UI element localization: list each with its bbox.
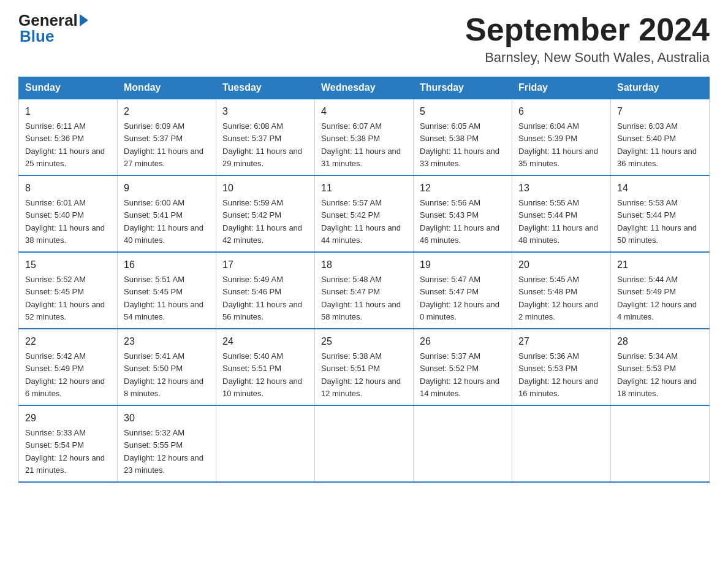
logo-blue-text: Blue: [20, 27, 54, 46]
day-number: 13: [518, 181, 604, 196]
table-row: 1Sunrise: 6:11 AMSunset: 5:36 PMDaylight…: [19, 99, 118, 175]
day-info: Sunrise: 6:09 AMSunset: 5:37 PMDaylight:…: [124, 121, 203, 168]
day-number: 29: [25, 411, 111, 426]
day-number: 11: [321, 181, 407, 196]
day-info: Sunrise: 5:41 AMSunset: 5:50 PMDaylight:…: [124, 351, 203, 398]
day-number: 22: [25, 334, 111, 349]
day-number: 27: [518, 334, 604, 349]
calendar-week-row: 29Sunrise: 5:33 AMSunset: 5:54 PMDayligh…: [19, 405, 710, 482]
day-info: Sunrise: 6:01 AMSunset: 5:40 PMDaylight:…: [25, 198, 105, 245]
table-row: 14Sunrise: 5:53 AMSunset: 5:44 PMDayligh…: [611, 175, 710, 252]
table-row: 25Sunrise: 5:38 AMSunset: 5:51 PMDayligh…: [315, 329, 414, 405]
table-row: 16Sunrise: 5:51 AMSunset: 5:45 PMDayligh…: [118, 252, 216, 329]
day-number: 9: [124, 181, 210, 196]
day-info: Sunrise: 6:05 AMSunset: 5:38 PMDaylight:…: [420, 121, 499, 168]
table-row: 17Sunrise: 5:49 AMSunset: 5:46 PMDayligh…: [216, 252, 315, 329]
day-number: 20: [518, 258, 604, 272]
table-row: 23Sunrise: 5:41 AMSunset: 5:50 PMDayligh…: [118, 329, 216, 405]
day-info: Sunrise: 5:40 AMSunset: 5:51 PMDaylight:…: [222, 351, 302, 398]
col-saturday: Saturday: [611, 77, 710, 99]
table-row: 13Sunrise: 5:55 AMSunset: 5:44 PMDayligh…: [512, 175, 611, 252]
table-row: 8Sunrise: 6:01 AMSunset: 5:40 PMDaylight…: [19, 175, 118, 252]
day-info: Sunrise: 6:07 AMSunset: 5:38 PMDaylight:…: [321, 121, 401, 168]
calendar-week-row: 22Sunrise: 5:42 AMSunset: 5:49 PMDayligh…: [19, 329, 710, 405]
table-row: [414, 405, 512, 482]
col-wednesday: Wednesday: [315, 77, 414, 99]
day-info: Sunrise: 5:51 AMSunset: 5:45 PMDaylight:…: [124, 275, 203, 321]
day-number: 8: [25, 181, 111, 196]
day-info: Sunrise: 5:56 AMSunset: 5:43 PMDaylight:…: [420, 198, 499, 245]
day-number: 26: [420, 334, 506, 349]
day-number: 14: [617, 181, 703, 196]
calendar-header-row: Sunday Monday Tuesday Wednesday Thursday…: [19, 77, 710, 99]
table-row: 7Sunrise: 6:03 AMSunset: 5:40 PMDaylight…: [611, 99, 710, 175]
day-number: 5: [420, 104, 506, 119]
page-header: General Blue September 2024 Barnsley, Ne…: [18, 12, 710, 66]
col-sunday: Sunday: [19, 77, 118, 99]
day-number: 25: [321, 334, 407, 349]
table-row: 30Sunrise: 5:32 AMSunset: 5:55 PMDayligh…: [118, 405, 216, 482]
calendar-week-row: 1Sunrise: 6:11 AMSunset: 5:36 PMDaylight…: [19, 99, 710, 175]
calendar-table: Sunday Monday Tuesday Wednesday Thursday…: [18, 77, 710, 483]
title-block: September 2024 Barnsley, New South Wales…: [465, 12, 710, 66]
day-info: Sunrise: 5:59 AMSunset: 5:42 PMDaylight:…: [222, 198, 302, 245]
logo: General Blue: [18, 12, 88, 46]
table-row: 4Sunrise: 6:07 AMSunset: 5:38 PMDaylight…: [315, 99, 414, 175]
col-thursday: Thursday: [414, 77, 512, 99]
table-row: 5Sunrise: 6:05 AMSunset: 5:38 PMDaylight…: [414, 99, 512, 175]
day-number: 23: [124, 334, 210, 349]
calendar-week-row: 8Sunrise: 6:01 AMSunset: 5:40 PMDaylight…: [19, 175, 710, 252]
day-number: 24: [222, 334, 308, 349]
day-info: Sunrise: 5:47 AMSunset: 5:47 PMDaylight:…: [420, 275, 499, 321]
day-info: Sunrise: 5:48 AMSunset: 5:47 PMDaylight:…: [321, 275, 401, 321]
day-info: Sunrise: 5:55 AMSunset: 5:44 PMDaylight:…: [518, 198, 598, 245]
day-number: 4: [321, 104, 407, 119]
calendar-subtitle: Barnsley, New South Wales, Australia: [465, 50, 710, 66]
day-info: Sunrise: 5:49 AMSunset: 5:46 PMDaylight:…: [222, 275, 302, 321]
table-row: 3Sunrise: 6:08 AMSunset: 5:37 PMDaylight…: [216, 99, 315, 175]
col-tuesday: Tuesday: [216, 77, 315, 99]
table-row: [512, 405, 611, 482]
day-number: 16: [124, 258, 210, 272]
table-row: [216, 405, 315, 482]
day-info: Sunrise: 6:00 AMSunset: 5:41 PMDaylight:…: [124, 198, 203, 245]
day-number: 7: [617, 104, 703, 119]
calendar-week-row: 15Sunrise: 5:52 AMSunset: 5:45 PMDayligh…: [19, 252, 710, 329]
day-info: Sunrise: 6:04 AMSunset: 5:39 PMDaylight:…: [518, 121, 598, 168]
day-info: Sunrise: 5:38 AMSunset: 5:51 PMDaylight:…: [321, 351, 401, 398]
table-row: [611, 405, 710, 482]
col-monday: Monday: [118, 77, 216, 99]
day-info: Sunrise: 6:08 AMSunset: 5:37 PMDaylight:…: [222, 121, 302, 168]
day-info: Sunrise: 5:45 AMSunset: 5:48 PMDaylight:…: [518, 275, 598, 321]
day-number: 12: [420, 181, 506, 196]
day-info: Sunrise: 5:53 AMSunset: 5:44 PMDaylight:…: [617, 198, 697, 245]
day-number: 28: [617, 334, 703, 349]
table-row: 20Sunrise: 5:45 AMSunset: 5:48 PMDayligh…: [512, 252, 611, 329]
table-row: 27Sunrise: 5:36 AMSunset: 5:53 PMDayligh…: [512, 329, 611, 405]
day-number: 2: [124, 104, 210, 119]
day-number: 10: [222, 181, 308, 196]
table-row: 6Sunrise: 6:04 AMSunset: 5:39 PMDaylight…: [512, 99, 611, 175]
day-number: 15: [25, 258, 111, 272]
day-info: Sunrise: 6:03 AMSunset: 5:40 PMDaylight:…: [617, 121, 697, 168]
table-row: 28Sunrise: 5:34 AMSunset: 5:53 PMDayligh…: [611, 329, 710, 405]
day-number: 3: [222, 104, 308, 119]
table-row: 10Sunrise: 5:59 AMSunset: 5:42 PMDayligh…: [216, 175, 315, 252]
table-row: 11Sunrise: 5:57 AMSunset: 5:42 PMDayligh…: [315, 175, 414, 252]
table-row: 18Sunrise: 5:48 AMSunset: 5:47 PMDayligh…: [315, 252, 414, 329]
day-number: 18: [321, 258, 407, 272]
day-info: Sunrise: 5:32 AMSunset: 5:55 PMDaylight:…: [124, 428, 203, 475]
day-number: 6: [518, 104, 604, 119]
table-row: 24Sunrise: 5:40 AMSunset: 5:51 PMDayligh…: [216, 329, 315, 405]
day-number: 17: [222, 258, 308, 272]
day-number: 1: [25, 104, 111, 119]
day-info: Sunrise: 5:44 AMSunset: 5:49 PMDaylight:…: [617, 275, 697, 321]
table-row: 12Sunrise: 5:56 AMSunset: 5:43 PMDayligh…: [414, 175, 512, 252]
table-row: 15Sunrise: 5:52 AMSunset: 5:45 PMDayligh…: [19, 252, 118, 329]
day-number: 30: [124, 411, 210, 426]
calendar-title: September 2024: [465, 12, 710, 47]
logo-arrow-icon: [80, 14, 88, 26]
day-info: Sunrise: 5:33 AMSunset: 5:54 PMDaylight:…: [25, 428, 105, 475]
table-row: 21Sunrise: 5:44 AMSunset: 5:49 PMDayligh…: [611, 252, 710, 329]
logo-general-text: General: [18, 12, 78, 28]
